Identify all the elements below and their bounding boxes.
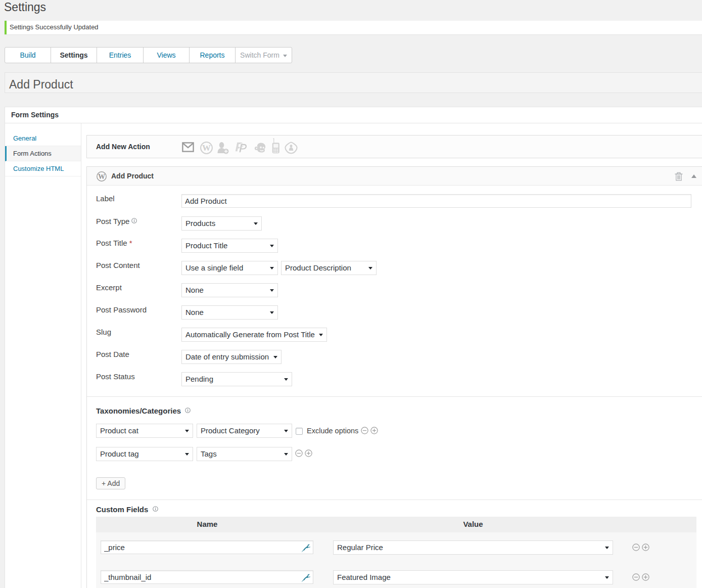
svg-text:W: W [202, 143, 211, 153]
svg-text:W: W [98, 173, 105, 180]
